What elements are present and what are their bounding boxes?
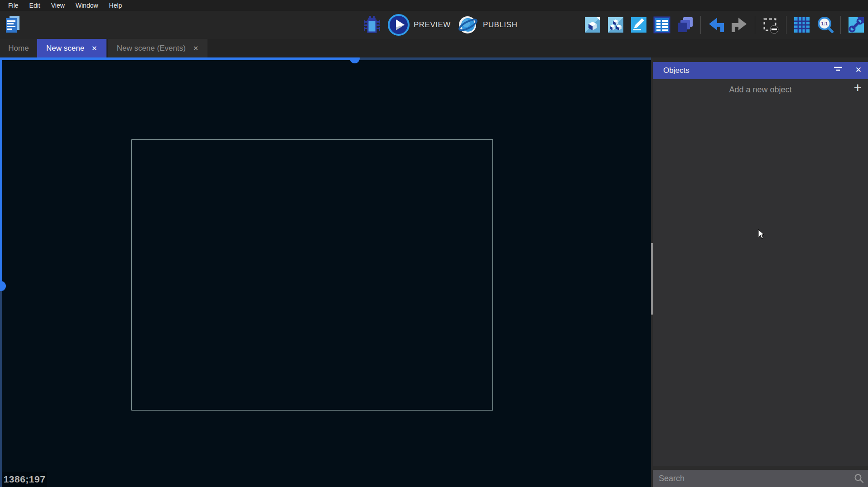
toolbar-separator [755,16,755,34]
canvas-vscrollbar-track[interactable] [0,286,2,487]
instances-list-icon [653,16,671,34]
panel-top-strip [653,57,868,62]
add-object-label: Add a new object [653,79,868,100]
tab-home[interactable]: Home [0,39,37,57]
cursor-coordinates-readout: 1386;197 [2,472,47,487]
toolbar-right-group: 1:1 [583,11,865,39]
scene-properties-button[interactable] [847,16,865,34]
menu-bar: File Edit View Window Help [0,0,868,11]
tab-new-scene-events[interactable]: New scene (Events) ✕ [108,39,208,57]
undo-button[interactable] [707,16,725,34]
coordinates-value: 1386;197 [4,474,46,485]
undo-icon [707,16,725,34]
plus-icon: + [854,80,862,95]
main-toolbar: PREVIEW PUBLISH [0,11,868,39]
scene-editor-canvas[interactable]: 1386;197 [0,57,651,487]
zoom-1-1-button[interactable]: 1:1 [816,16,834,34]
debugger-bug-icon [362,15,381,35]
redo-icon [730,16,748,34]
menu-view[interactable]: View [47,1,69,10]
objects-editor-button[interactable] [583,16,602,34]
properties-button[interactable] [630,16,648,34]
mouse-cursor [758,229,766,240]
object-groups-button[interactable] [607,16,625,34]
canvas-hscrollbar-thumb[interactable] [350,57,360,63]
clear-selection-icon [762,16,780,34]
canvas-hscrollbar[interactable] [0,57,352,60]
toolbar-separator [700,16,701,34]
objects-panel: Objects ✕ Add a new object + [653,57,868,487]
app-window: File Edit View Window Help [0,0,868,487]
redo-button[interactable] [730,16,748,34]
menu-file[interactable]: File [4,1,23,10]
preview-label: PREVIEW [414,20,451,29]
add-new-object-button[interactable]: Add a new object + [653,79,868,100]
objects-editor-icon [583,16,602,34]
menu-help[interactable]: Help [105,1,127,10]
menu-edit[interactable]: Edit [25,1,45,10]
tab-home-label: Home [8,44,29,53]
layers-icon [676,16,694,34]
project-manager-button[interactable] [4,15,22,34]
debugger-button[interactable] [362,15,381,35]
tab-new-scene-events-label: New scene (Events) [117,44,186,53]
toolbar-separator [840,16,841,34]
toolbar-center-group: PREVIEW PUBLISH [362,11,517,39]
editor-tab-bar: Home New scene ✕ New scene (Events) ✕ [0,39,868,57]
object-search-bar [653,470,868,487]
game-window-frame [131,139,493,411]
tab-new-scene[interactable]: New scene ✕ [37,39,106,57]
properties-pencil-icon [630,16,648,34]
panel-bottom-strip [653,466,868,470]
toolbar-separator [786,16,786,34]
publish-label: PUBLISH [483,20,517,29]
layers-editor-button[interactable] [676,16,694,34]
object-search-input[interactable] [653,470,868,487]
close-icon: ✕ [855,66,862,74]
object-groups-icon [607,16,625,34]
tab-new-scene-label: New scene [46,44,84,53]
panel-close-button[interactable]: ✕ [855,65,862,75]
menu-window[interactable]: Window [71,1,103,10]
objects-panel-title: Objects [663,66,690,75]
canvas-hscrollbar-track[interactable] [352,57,651,60]
publish-globe-icon [457,14,479,36]
canvas-vscrollbar-thumb[interactable] [0,281,6,291]
publish-button[interactable]: PUBLISH [457,14,517,36]
search-icon [854,473,864,485]
preview-button[interactable]: PREVIEW [388,14,451,36]
filter-icon [834,66,843,72]
scene-properties-wrench-icon [847,16,865,34]
project-manager-icon [4,15,22,34]
preview-play-icon [388,14,410,36]
svg-text:1:1: 1:1 [821,21,828,26]
grid-button[interactable] [793,16,811,34]
objects-panel-header: Objects ✕ [653,62,868,79]
grid-icon [793,16,811,34]
clear-selection-button[interactable] [762,16,780,34]
zoom-1-1-icon: 1:1 [816,16,834,34]
tab-close-icon[interactable]: ✕ [193,45,199,52]
canvas-vscrollbar[interactable] [0,57,2,286]
filter-button[interactable] [834,66,843,74]
instances-list-button[interactable] [653,16,671,34]
tab-close-icon[interactable]: ✕ [92,45,97,52]
